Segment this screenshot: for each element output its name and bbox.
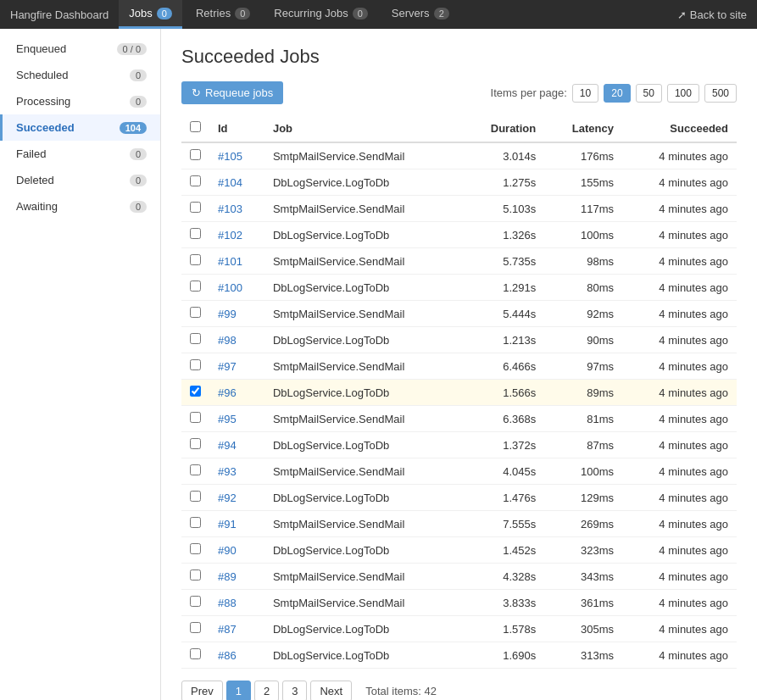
job-id-link[interactable]: #91 <box>218 518 237 531</box>
job-succeeded-time: 4 minutes ago <box>622 275 737 301</box>
sidebar-item-enqueued[interactable]: Enqueued 0 / 0 <box>0 36 160 62</box>
job-latency: 87ms <box>544 432 622 458</box>
job-id-link[interactable]: #100 <box>218 281 242 294</box>
col-job: Job <box>264 114 462 142</box>
job-name: SmtpMailService.SendMail <box>264 301 462 327</box>
table-row: #101 SmtpMailService.SendMail 5.735s 98m… <box>181 248 737 275</box>
prev-button[interactable]: Prev <box>181 681 223 700</box>
row-checkbox[interactable] <box>190 175 201 186</box>
job-latency: 100ms <box>544 458 622 485</box>
row-checkbox[interactable] <box>190 464 201 475</box>
job-id-link[interactable]: #98 <box>218 334 237 347</box>
tab-servers[interactable]: Servers 2 <box>381 0 459 29</box>
job-id-link[interactable]: #105 <box>218 150 242 163</box>
ipp-500[interactable]: 500 <box>704 84 737 103</box>
job-name: SmtpMailService.SendMail <box>264 564 462 590</box>
job-duration: 5.103s <box>462 196 545 222</box>
sidebar-item-processing[interactable]: Processing 0 <box>0 88 160 114</box>
sidebar-item-awaiting[interactable]: Awaiting 0 <box>0 193 160 219</box>
row-checkbox[interactable] <box>190 254 201 265</box>
row-checkbox[interactable] <box>190 412 201 423</box>
page-1-button[interactable]: 1 <box>226 681 251 700</box>
job-id-link[interactable]: #104 <box>218 176 242 189</box>
table-row: #91 SmtpMailService.SendMail 7.555s 269m… <box>181 511 737 537</box>
job-latency: 269ms <box>544 511 622 537</box>
row-checkbox[interactable] <box>190 202 201 213</box>
row-checkbox[interactable] <box>190 648 201 659</box>
row-checkbox[interactable] <box>190 491 201 502</box>
job-id-link[interactable]: #92 <box>218 492 237 504</box>
select-all-checkbox[interactable] <box>190 121 201 132</box>
job-id-link[interactable]: #99 <box>218 308 237 320</box>
sidebar-item-failed[interactable]: Failed 0 <box>0 141 160 167</box>
ipp-20[interactable]: 20 <box>604 84 630 103</box>
page-2-button[interactable]: 2 <box>254 681 279 700</box>
job-id-link[interactable]: #96 <box>218 386 237 399</box>
sidebar-item-scheduled[interactable]: Scheduled 0 <box>0 62 160 88</box>
table-row: #87 DbLogService.LogToDb 1.578s 305ms 4 … <box>181 616 737 642</box>
job-id-link[interactable]: #101 <box>218 255 242 268</box>
table-row: #89 SmtpMailService.SendMail 4.328s 343m… <box>181 564 737 590</box>
table-row: #105 SmtpMailService.SendMail 3.014s 176… <box>181 142 737 169</box>
row-checkbox[interactable] <box>190 228 201 239</box>
row-checkbox[interactable] <box>190 517 201 528</box>
job-id-link[interactable]: #89 <box>218 570 237 583</box>
job-latency: 176ms <box>544 142 622 169</box>
row-checkbox[interactable] <box>190 281 201 292</box>
top-nav: Hangfire Dashboard Jobs 0 Retries 0 Recu… <box>0 0 757 29</box>
row-checkbox[interactable] <box>190 386 201 397</box>
row-checkbox[interactable] <box>190 596 201 607</box>
job-id-link[interactable]: #102 <box>218 229 242 242</box>
job-id-link[interactable]: #88 <box>218 597 237 609</box>
row-checkbox[interactable] <box>190 333 201 344</box>
job-duration: 5.444s <box>462 301 545 327</box>
back-to-site-link[interactable]: ➚ Back to site <box>677 8 747 21</box>
ipp-100[interactable]: 100 <box>667 84 699 103</box>
row-checkbox[interactable] <box>190 149 201 160</box>
job-succeeded-time: 4 minutes ago <box>622 301 737 327</box>
job-id-link[interactable]: #103 <box>218 203 242 215</box>
col-latency: Latency <box>544 114 622 142</box>
page-3-button[interactable]: 3 <box>282 681 307 700</box>
job-duration: 1.690s <box>462 642 545 669</box>
job-name: SmtpMailService.SendMail <box>264 590 462 616</box>
job-succeeded-time: 4 minutes ago <box>622 327 737 353</box>
tab-recurring-jobs[interactable]: Recurring Jobs 0 <box>264 0 378 29</box>
brand-label: Hangfire Dashboard <box>10 8 109 21</box>
row-checkbox[interactable] <box>190 569 201 581</box>
job-succeeded-time: 4 minutes ago <box>622 196 737 222</box>
row-checkbox[interactable] <box>190 359 201 370</box>
job-id-link[interactable]: #87 <box>218 623 237 636</box>
items-per-page-control: Items per page: 10 20 50 100 500 <box>491 84 737 103</box>
job-id-link[interactable]: #90 <box>218 544 237 557</box>
requeue-jobs-button[interactable]: ↻ Requeue jobs <box>181 81 283 104</box>
job-id-link[interactable]: #93 <box>218 465 237 478</box>
tab-retries[interactable]: Retries 0 <box>186 0 260 29</box>
row-checkbox[interactable] <box>190 438 201 449</box>
next-button[interactable]: Next <box>310 681 352 700</box>
row-checkbox[interactable] <box>190 543 201 554</box>
ipp-50[interactable]: 50 <box>636 84 662 103</box>
job-id-link[interactable]: #97 <box>218 360 237 373</box>
table-row: #95 SmtpMailService.SendMail 6.368s 81ms… <box>181 406 737 432</box>
job-succeeded-time: 4 minutes ago <box>622 142 737 169</box>
job-duration: 1.566s <box>462 380 545 406</box>
job-name: DbLogService.LogToDb <box>264 222 462 248</box>
row-checkbox[interactable] <box>190 622 201 633</box>
external-link-icon: ➚ <box>677 8 687 21</box>
sidebar-item-deleted[interactable]: Deleted 0 <box>0 167 160 193</box>
job-succeeded-time: 4 minutes ago <box>622 511 737 537</box>
job-name: SmtpMailService.SendMail <box>264 406 462 432</box>
row-checkbox[interactable] <box>190 307 201 318</box>
job-duration: 1.476s <box>462 485 545 511</box>
col-duration: Duration <box>462 114 545 142</box>
tab-jobs[interactable]: Jobs 0 <box>119 0 182 29</box>
job-duration: 1.452s <box>462 537 545 564</box>
sidebar-item-succeeded[interactable]: Succeeded 104 <box>0 114 160 141</box>
job-latency: 98ms <box>544 248 622 275</box>
job-id-link[interactable]: #95 <box>218 413 237 425</box>
job-succeeded-time: 4 minutes ago <box>622 642 737 669</box>
job-id-link[interactable]: #94 <box>218 439 237 452</box>
ipp-10[interactable]: 10 <box>572 84 598 103</box>
job-id-link[interactable]: #86 <box>218 649 237 662</box>
